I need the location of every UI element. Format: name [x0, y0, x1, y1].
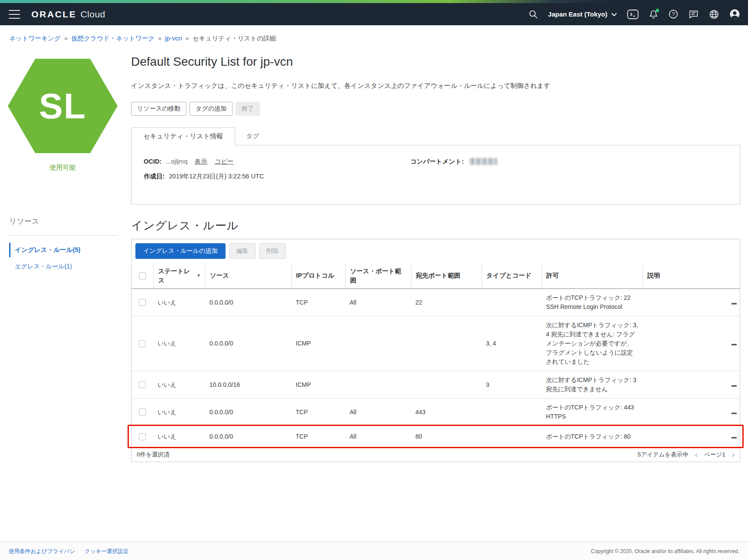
profile-avatar[interactable]	[729, 9, 740, 20]
search-icon[interactable]	[528, 9, 538, 19]
ingress-rules-heading: イングレス・ルール	[131, 218, 740, 233]
feedback-icon[interactable]	[688, 9, 699, 19]
prev-page-icon[interactable]: ‹	[695, 451, 697, 459]
cell-source-port-range: All	[345, 298, 411, 307]
column-header-6: 許可	[542, 263, 643, 288]
cell-allows: 次に対するICMPトラフィック: 3 宛先に到達できません	[542, 376, 643, 394]
sidebar-item[interactable]: イングレス・ルール(5)	[9, 243, 118, 257]
hamburger-menu-icon[interactable]	[9, 10, 20, 19]
ingress-rules-panel: イングレス・ルールの追加 編集 削除 ステートレス▼ソースIPプロトコルソース・…	[131, 239, 740, 462]
footer-link-1[interactable]: クッキー選択設定	[84, 548, 128, 554]
notification-dot	[656, 9, 659, 12]
delete-rule-button: 削除	[259, 243, 286, 259]
oracle-cloud-logo[interactable]: ORACLE Cloud	[31, 9, 105, 20]
table-row: いいえ0.0.0.0/0TCPAll443ポートのTCPトラフィック: 443 …	[131, 398, 740, 426]
items-shown: 5アイテムを表示中	[637, 451, 688, 459]
column-header-label: ステートレス	[158, 267, 194, 285]
region-label: Japan East (Tokyo)	[548, 10, 607, 18]
column-header-1: ソース	[205, 263, 291, 288]
page-indicator: ページ1	[704, 451, 725, 459]
top-gradient-stripe	[0, 0, 748, 3]
table-toolbar: イングレス・ルールの追加 編集 削除	[131, 239, 740, 263]
select-all-checkbox[interactable]	[139, 272, 146, 279]
tabs: セキュリティ・リスト情報 タグ	[131, 127, 740, 145]
page-actions: リソースの移動 タグの追加 終了	[131, 102, 740, 116]
footer-link-0[interactable]: 使用条件およびプライバシ	[9, 548, 75, 554]
terminate-button: 終了	[236, 102, 260, 116]
sidebar-items: イングレス・ルール(5)エグレス・ルール(1)	[9, 243, 118, 271]
table-row: いいえ0.0.0.0/0ICMP3, 4次に対するICMPトラフィック: 3, …	[131, 316, 740, 371]
breadcrumb-item[interactable]: jp-vcn	[165, 35, 182, 42]
breadcrumb-separator: »	[158, 35, 162, 42]
topbar: ORACLE Cloud Japan East (Tokyo) ?	[0, 3, 748, 25]
breadcrumb-item[interactable]: ネットワーキング	[9, 35, 61, 42]
created-label: 作成日:	[144, 173, 165, 180]
cell-type-and-code: 3, 4	[482, 339, 542, 348]
cell-description	[643, 409, 728, 416]
column-header-label: 許可	[546, 271, 559, 280]
cell-dest-port-range	[411, 381, 482, 388]
row-actions-menu-icon[interactable]	[730, 379, 738, 391]
ocid-label: OCID:	[144, 158, 162, 165]
cell-allows: ポートのTCPトラフィック: 22 SSH Remote Login Proto…	[542, 293, 643, 312]
row-checkbox[interactable]	[139, 381, 146, 388]
cell-description	[643, 433, 728, 440]
page-title: Default Security List for jp-vcn	[131, 55, 740, 69]
cell-stateless: いいえ	[153, 432, 205, 441]
table-header-row: ステートレス▼ソースIPプロトコルソース・ポート範囲宛先ポート範囲タイプとコード…	[131, 263, 740, 289]
ocid-copy-link[interactable]: コピー	[214, 158, 233, 165]
breadcrumb: ネットワーキング»仮想クラウド・ネットワーク»jp-vcn»セキュリティ・リスト…	[9, 34, 276, 43]
edit-rule-button: 編集	[229, 243, 256, 259]
add-tags-button[interactable]: タグの追加	[189, 102, 232, 116]
page-subtitle: インスタンス・トラフィックは、このセキュリティ・リストに加えて、各インスタンス上…	[131, 82, 740, 90]
resource-initials: SL	[39, 86, 87, 127]
cell-source-port-range	[345, 340, 411, 347]
sidebar-item[interactable]: エグレス・ルール(1)	[9, 263, 118, 271]
row-checkbox[interactable]	[139, 409, 146, 416]
row-checkbox[interactable]	[139, 340, 146, 347]
row-checkbox[interactable]	[139, 299, 146, 306]
notifications-bell-icon[interactable]	[649, 9, 658, 20]
cell-type-and-code	[482, 299, 542, 306]
cloud-shell-icon[interactable]	[627, 9, 639, 20]
created-line: 作成日: 2019年12月23日(月) 3:22:56 UTC	[144, 172, 410, 181]
copyright-text: Copyright © 2020, Oracle and/or its affi…	[591, 548, 739, 554]
row-select-cell	[131, 433, 153, 440]
row-actions-menu-icon[interactable]	[730, 297, 738, 309]
oracle-cloud-console: ORACLE Cloud Japan East (Tokyo) ?	[0, 0, 748, 560]
row-actions-menu-icon[interactable]	[730, 338, 738, 349]
language-globe-icon[interactable]	[709, 9, 719, 20]
breadcrumb-separator: »	[64, 35, 67, 42]
cell-dest-port-range	[411, 340, 482, 347]
region-selector[interactable]: Japan East (Tokyo)	[548, 10, 617, 18]
tab-security-list-info[interactable]: セキュリティ・リスト情報	[131, 127, 235, 145]
row-actions-cell	[728, 379, 741, 391]
column-header-0[interactable]: ステートレス▼	[153, 263, 205, 288]
ocid-line: OCID: ...ojljmq 表示 コピー	[144, 158, 410, 166]
column-header-7: 説明	[643, 263, 741, 288]
row-actions-cell	[728, 338, 741, 349]
add-ingress-rule-button[interactable]: イングレス・ルールの追加	[135, 243, 226, 259]
help-icon[interactable]: ?	[668, 9, 678, 19]
row-actions-menu-icon[interactable]	[730, 431, 738, 443]
row-actions-menu-icon[interactable]	[730, 406, 738, 418]
compartment-value-redacted	[469, 158, 497, 165]
table-row: いいえ0.0.0.0/0TCPAll22ポートのTCPトラフィック: 22 SS…	[131, 289, 740, 316]
move-resource-button[interactable]: リソースの移動	[131, 102, 186, 116]
column-header-2: IPプロトコル	[291, 263, 345, 288]
topbar-actions: Japan East (Tokyo) ?	[528, 9, 740, 20]
cell-ip-protocol: ICMP	[291, 380, 345, 389]
row-checkbox[interactable]	[139, 433, 146, 440]
compartment-label: コンパートメント:	[410, 158, 464, 165]
tab-tags[interactable]: タグ	[235, 128, 270, 145]
row-select-cell	[131, 381, 153, 388]
next-page-icon[interactable]: ›	[732, 451, 735, 459]
main-content: Default Security List for jp-vcn インスタンス・…	[131, 55, 740, 462]
details-right: コンパートメント:	[410, 158, 497, 192]
resources-sidebar: リソース イングレス・ルール(5)エグレス・ルール(1)	[9, 216, 118, 271]
details-left: OCID: ...ojljmq 表示 コピー 作成日: 2019年12月23日(…	[144, 158, 410, 192]
ocid-show-link[interactable]: 表示	[195, 158, 207, 165]
breadcrumb-item[interactable]: 仮想クラウド・ネットワーク	[71, 35, 155, 42]
cell-dest-port-range: 80	[411, 432, 482, 441]
cell-stateless: いいえ	[153, 339, 205, 348]
